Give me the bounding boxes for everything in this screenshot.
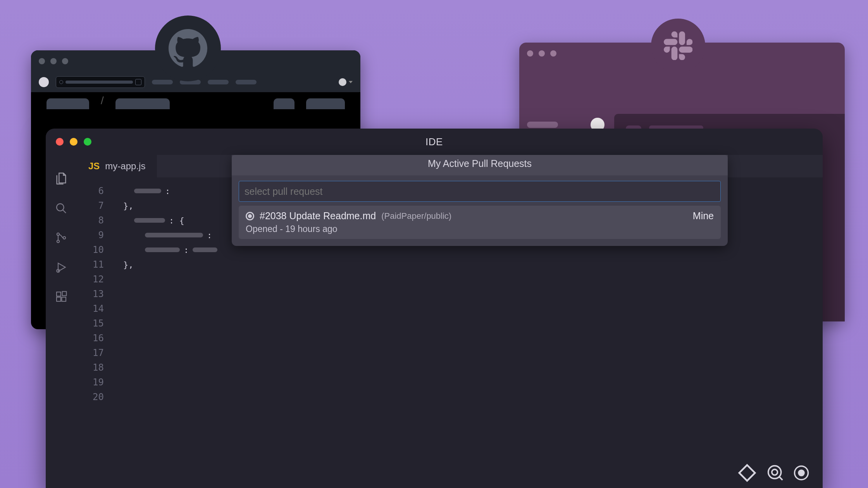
files-icon[interactable] — [55, 172, 68, 185]
palette-input[interactable] — [239, 181, 721, 202]
ide-titlebar: IDE — [46, 129, 823, 155]
diamond-icon[interactable] — [737, 462, 758, 483]
record-icon[interactable] — [793, 465, 809, 481]
gh-nav-item[interactable] — [208, 80, 229, 84]
run-debug-icon[interactable] — [55, 261, 67, 273]
gh-tab[interactable] — [46, 98, 89, 109]
ide-traffic-min[interactable] — [70, 138, 78, 146]
github-tabs: / — [31, 92, 360, 109]
svg-point-4 — [63, 237, 65, 239]
svg-rect-6 — [57, 292, 61, 296]
svg-rect-7 — [57, 297, 61, 301]
svg-point-14 — [798, 469, 805, 476]
activity-bar — [46, 155, 77, 488]
search-icon[interactable] — [55, 202, 67, 215]
gh-user-avatar[interactable] — [339, 78, 346, 86]
gh-tab[interactable] — [274, 98, 294, 109]
file-name: my-app.js — [105, 161, 145, 172]
ide-traffic-close[interactable] — [56, 138, 64, 146]
file-tab[interactable]: JS my-app.js — [77, 155, 157, 177]
js-file-icon: JS — [88, 161, 100, 172]
ide-traffic-max[interactable] — [84, 138, 91, 146]
sl-traffic-min[interactable] — [539, 50, 545, 57]
statusbar-icons — [737, 462, 809, 483]
ide-title: IDE — [425, 136, 443, 148]
svg-point-11 — [772, 469, 778, 475]
gh-tab[interactable] — [115, 98, 170, 109]
svg-line-1 — [63, 210, 66, 213]
pr-status-icon — [246, 212, 254, 220]
pr-badge: Mine — [693, 210, 714, 222]
slack-icon — [664, 31, 692, 60]
zoom-icon[interactable] — [767, 464, 784, 481]
palette-title: My Active Pull Requests — [232, 155, 728, 175]
gh-traffic-max[interactable] — [62, 58, 68, 64]
source-control-icon[interactable] — [55, 232, 67, 244]
gh-avatar[interactable] — [39, 77, 49, 87]
sl-traffic-max[interactable] — [550, 50, 556, 57]
slack-workspace[interactable] — [527, 122, 558, 128]
svg-rect-9 — [62, 292, 67, 296]
svg-point-2 — [57, 233, 59, 235]
pr-subtitle: Opened - 19 hours ago — [246, 224, 714, 234]
pr-title: #2038 Update Readme.md — [260, 210, 376, 222]
slack-badge — [651, 19, 705, 73]
gh-search[interactable] — [56, 76, 145, 88]
gh-nav-item[interactable] — [236, 80, 257, 84]
gh-nav-item[interactable] — [152, 80, 173, 84]
pull-request-palette: My Active Pull Requests #2038 Update Rea… — [232, 155, 728, 246]
line-gutter: 67891011121314151617181920 — [77, 184, 104, 404]
svg-rect-8 — [62, 297, 66, 301]
pr-repo: (PaidPaper/public) — [381, 211, 451, 221]
gh-traffic-close[interactable] — [39, 58, 45, 64]
gh-tab[interactable] — [306, 98, 345, 109]
ide-window: IDE JS my-app.js 67891011121314151617181… — [46, 129, 823, 488]
gh-traffic-min[interactable] — [50, 58, 57, 64]
github-icon — [169, 29, 207, 68]
sl-traffic-close[interactable] — [527, 50, 533, 57]
extensions-icon[interactable] — [55, 290, 67, 303]
svg-point-0 — [57, 204, 64, 211]
github-badge — [155, 15, 221, 81]
chevron-down-icon[interactable] — [349, 81, 353, 83]
pr-result[interactable]: #2038 Update Readme.md (PaidPaper/public… — [239, 206, 721, 239]
svg-line-12 — [779, 476, 782, 480]
svg-point-3 — [57, 240, 59, 242]
